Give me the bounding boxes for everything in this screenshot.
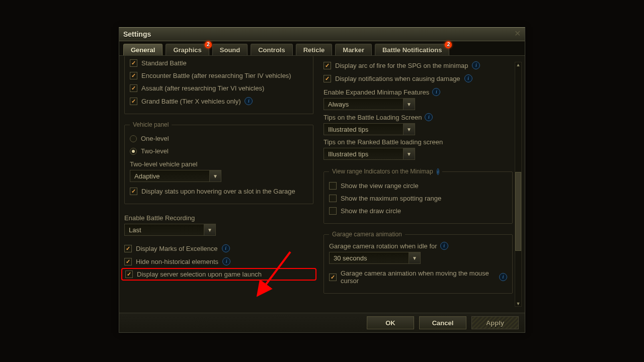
ok-button[interactable]: OK: [367, 316, 414, 329]
checkbox-icon[interactable]: [329, 182, 337, 190]
info-icon[interactable]: i: [425, 113, 433, 121]
scroll-down-icon[interactable]: ▼: [515, 301, 521, 307]
expanded-minimap-label: Enable Expanded Minimap Features i: [324, 85, 513, 97]
checkbox-icon[interactable]: [329, 195, 337, 202]
opt-encounter-battle[interactable]: Encounter Battle (after researching Tier…: [130, 69, 308, 82]
tab-sound[interactable]: Sound: [212, 44, 248, 55]
opt-mouse-camera-animation[interactable]: Garage camera animation when moving the …: [329, 267, 507, 287]
tab-reticle[interactable]: Reticle: [296, 44, 333, 55]
opt-arc-of-fire[interactable]: Display arc of fire for the SPG on the m…: [324, 59, 513, 72]
badge: 2: [205, 41, 212, 48]
badge: 2: [445, 41, 452, 48]
tab-battle-notifications[interactable]: Battle Notifications2: [375, 44, 449, 55]
scrollbar[interactable]: ▲ ▼: [515, 62, 522, 307]
two-level-panel-label: Two-level vehicle panel: [130, 157, 308, 169]
opt-assault[interactable]: Assault (after researching Tier VI vehic…: [130, 82, 308, 95]
chevron-down-icon[interactable]: ▼: [403, 99, 415, 110]
chevron-down-icon[interactable]: ▼: [409, 252, 420, 263]
opt-standard-battle[interactable]: Standard Battle: [130, 57, 308, 69]
chevron-down-icon[interactable]: ▼: [403, 148, 415, 159]
apply-button[interactable]: Apply: [471, 316, 519, 329]
tab-graphics[interactable]: Graphics2: [166, 44, 209, 55]
scroll-up-icon[interactable]: ▲: [515, 62, 521, 68]
opt-one-level[interactable]: One-level: [130, 132, 308, 145]
chevron-down-icon[interactable]: ▼: [403, 124, 415, 135]
scrollbar-thumb[interactable]: [515, 172, 521, 251]
chevron-down-icon[interactable]: ▼: [209, 170, 221, 182]
group-legend: Garage camera animation: [329, 231, 405, 238]
footer: OK Cancel Apply: [119, 313, 525, 332]
cancel-button[interactable]: Cancel: [419, 316, 466, 329]
info-icon[interactable]: i: [432, 88, 440, 96]
tips-ranked-label: Tips on the Ranked Battle loading screen: [324, 135, 513, 147]
left-column: Standard Battle Encounter Battle (after …: [124, 59, 313, 310]
opt-draw-circle[interactable]: Show the draw circle: [329, 205, 507, 217]
radio-icon[interactable]: [130, 148, 137, 155]
battle-recording-select[interactable]: Last ▼: [124, 224, 216, 236]
info-icon[interactable]: i: [222, 257, 230, 265]
checkbox-icon[interactable]: [130, 84, 137, 92]
checkbox-icon[interactable]: [130, 98, 137, 105]
info-icon[interactable]: i: [472, 61, 480, 69]
settings-window: Settings ✕ General Graphics2 Sound Contr…: [119, 27, 525, 333]
tips-loading-label: Tips on the Battle Loading Screen i: [324, 110, 513, 122]
tips-ranked-select[interactable]: Illustrated tips ▼: [324, 148, 415, 160]
checkbox-icon[interactable]: [329, 274, 337, 281]
checkbox-icon[interactable]: [324, 75, 331, 82]
titlebar: Settings ✕: [119, 28, 525, 41]
battle-recording-label: Enable Battle Recording: [124, 211, 313, 223]
checkbox-icon[interactable]: [130, 59, 137, 67]
radio-icon[interactable]: [130, 135, 137, 142]
view-range-group: View range Indicators on the Minimap i S…: [324, 168, 513, 224]
checkbox-icon[interactable]: [124, 245, 132, 252]
opt-max-spotting[interactable]: Show the maximum spotting range: [329, 192, 507, 205]
info-icon[interactable]: i: [464, 74, 472, 82]
checkbox-icon[interactable]: [130, 188, 137, 195]
chevron-down-icon[interactable]: ▼: [204, 224, 215, 235]
info-icon[interactable]: i: [222, 244, 230, 252]
group-legend: View range Indicators on the Minimap i: [329, 168, 442, 175]
idle-rotation-label: Garage camera rotation when idle for i: [329, 242, 507, 251]
checkbox-icon[interactable]: [124, 258, 132, 265]
right-column: Display arc of fire for the SPG on the m…: [324, 59, 513, 310]
opt-hide-nonhistorical[interactable]: Hide non-historical elements i: [124, 255, 313, 268]
opt-grand-battle[interactable]: Grand Battle (Tier X vehicles only) i: [130, 95, 308, 108]
info-icon[interactable]: i: [440, 242, 448, 250]
close-icon[interactable]: ✕: [513, 30, 522, 39]
opt-view-range-circle[interactable]: Show the view range circle: [329, 179, 507, 192]
tab-general[interactable]: General: [123, 44, 163, 55]
checkbox-icon[interactable]: [130, 72, 137, 79]
group-legend: Vehicle panel: [130, 121, 172, 128]
checkbox-icon[interactable]: [324, 62, 331, 69]
battle-types-group: Standard Battle Encounter Battle (after …: [124, 56, 313, 114]
opt-marks-of-excellence[interactable]: Display Marks of Excellence i: [124, 242, 313, 255]
tabs: General Graphics2 Sound Controls Reticle…: [119, 41, 525, 56]
settings-body: Standard Battle Encounter Battle (after …: [119, 56, 525, 313]
opt-damage-notifications[interactable]: Display notifications when causing damag…: [324, 72, 513, 85]
tab-marker[interactable]: Marker: [335, 44, 372, 55]
tips-loading-select[interactable]: Illustrated tips ▼: [324, 123, 415, 135]
opt-hover-stats[interactable]: Display stats upon hovering over a slot …: [130, 185, 308, 198]
info-icon[interactable]: i: [437, 168, 439, 175]
opt-two-level[interactable]: Two-level: [130, 145, 308, 157]
tab-controls[interactable]: Controls: [251, 44, 292, 55]
window-title: Settings: [123, 30, 151, 38]
checkbox-icon[interactable]: [329, 207, 337, 215]
info-icon[interactable]: i: [245, 97, 253, 105]
two-level-panel-select[interactable]: Adaptive ▼: [130, 170, 221, 182]
garage-camera-group: Garage camera animation Garage camera ro…: [324, 231, 513, 294]
opt-server-selection[interactable]: Display server selection upon game launc…: [121, 268, 316, 281]
info-icon[interactable]: i: [499, 273, 507, 281]
idle-rotation-select[interactable]: 30 seconds ▼: [329, 252, 421, 264]
vehicle-panel-group: Vehicle panel One-level Two-level Two-le…: [124, 121, 313, 204]
expanded-minimap-select[interactable]: Always ▼: [324, 98, 415, 110]
checkbox-icon[interactable]: [125, 270, 133, 278]
